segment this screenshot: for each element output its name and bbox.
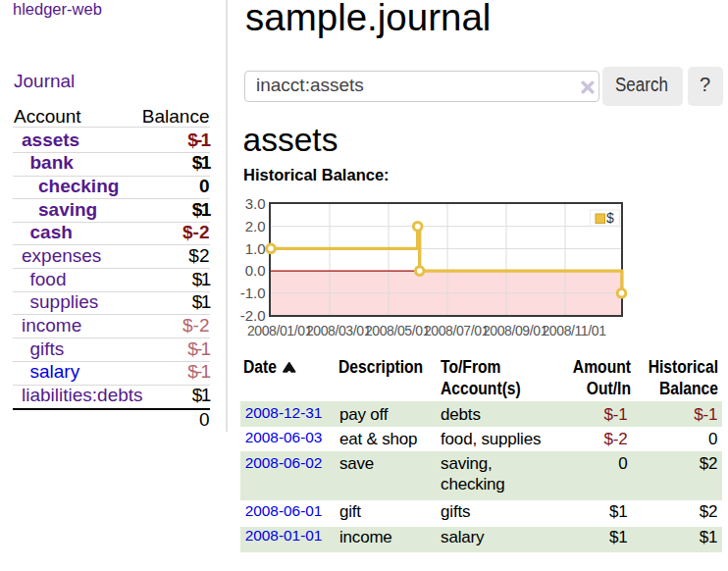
svg-text:2.0: 2.0 [245, 218, 266, 234]
svg-text:2008/11/01: 2008/11/01 [542, 323, 606, 338]
svg-text:0.0: 0.0 [245, 262, 266, 279]
svg-text:2008/01/01: 2008/01/01 [247, 323, 313, 338]
svg-text:2008/05/01: 2008/05/01 [365, 323, 431, 338]
svg-text:2008/03/01: 2008/03/01 [306, 323, 372, 338]
svg-text:3.0: 3.0 [245, 195, 266, 212]
svg-text:2008/09/01: 2008/09/01 [483, 323, 548, 338]
svg-text:-1.0: -1.0 [240, 285, 266, 301]
svg-text:-2.0: -2.0 [240, 307, 266, 324]
svg-text:$: $ [606, 210, 614, 226]
svg-text:2008/07/01: 2008/07/01 [424, 323, 490, 338]
svg-text:1.0: 1.0 [245, 240, 266, 257]
